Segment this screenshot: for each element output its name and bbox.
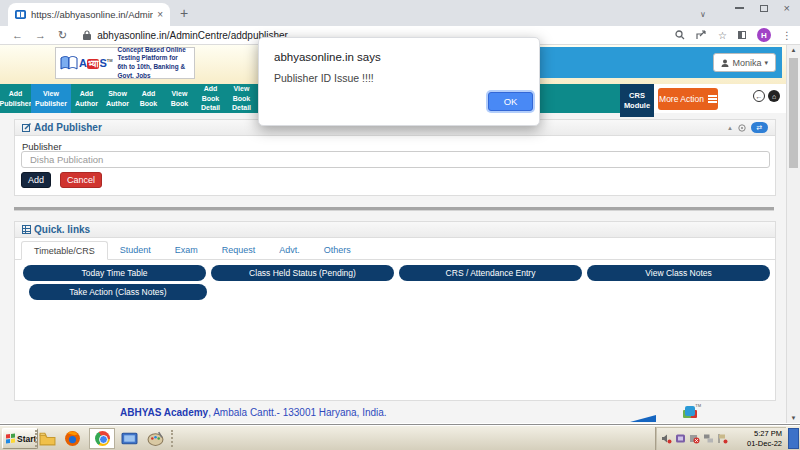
more-action-button[interactable]: More Action <box>658 88 718 110</box>
quick-links-title: Quick. links <box>22 224 90 235</box>
book-logo-icon <box>60 55 78 71</box>
footer-logo-mark: TM <box>685 406 695 416</box>
chrome-taskbar-button[interactable] <box>89 428 115 449</box>
bookmark-star-icon[interactable]: ☆ <box>718 30 727 41</box>
browser-menu-icon[interactable]: ⋮ <box>782 30 792 41</box>
quick-links-tab[interactable]: Student <box>108 240 163 259</box>
alert-dialog: abhyasonline.in says Publisher ID Issue … <box>258 37 540 126</box>
volume-mute-icon[interactable] <box>661 433 672 444</box>
chrome-icon <box>95 431 110 446</box>
quick-link-button[interactable]: View Class Notes <box>587 265 770 281</box>
window-close-button[interactable]: × <box>784 3 790 14</box>
scroll-down-icon[interactable]: ▼ <box>787 415 800 421</box>
network-tray-icon[interactable] <box>703 433 714 444</box>
site-logo[interactable]: Aभ्याSTM Concept Based Online Testing Pl… <box>55 47 195 79</box>
file-explorer-icon[interactable] <box>39 430 56 447</box>
collapse-icon[interactable]: ▲ <box>727 125 733 131</box>
quick-link-button[interactable]: Today Time Table <box>23 265 206 281</box>
share-icon[interactable] <box>696 30 707 40</box>
footer-address: ABHYAS Academy, Ambala Cantt.- 133001 Ha… <box>120 407 387 418</box>
quick-links-tab[interactable]: Exam <box>163 240 210 259</box>
quick-links-row2: Take Action (Class Notes) <box>29 284 207 300</box>
quick-links-row1: Today Time TableClass Held Status (Pendi… <box>23 265 770 281</box>
crs-module-button[interactable]: CRS Module <box>620 84 654 117</box>
taskbar-grip <box>35 430 37 447</box>
tab-search-chevron-icon[interactable]: ∨ <box>700 10 706 19</box>
taskbar: Start 5:27 PM 01-Dec-22 <box>0 425 800 450</box>
forward-icon[interactable]: → <box>35 30 46 41</box>
side-panel-icon[interactable] <box>738 31 746 39</box>
tab-title: https://abhyasonline.in/AdminCentre <box>31 9 153 20</box>
windows-logo-icon <box>6 434 15 444</box>
grid-icon <box>22 225 31 234</box>
section-divider <box>14 207 774 211</box>
nav-item[interactable]: View Publisher <box>31 84 71 113</box>
quick-links-tab[interactable]: Others <box>312 240 363 259</box>
tab-close-icon[interactable]: × <box>157 10 163 20</box>
scrollbar-thumb[interactable] <box>789 58 798 168</box>
quick-links-tab[interactable]: Advt. <box>267 240 312 259</box>
error-tray-icon[interactable] <box>689 433 700 444</box>
nav-item[interactable]: Add Publisher <box>0 84 31 113</box>
lock-icon[interactable] <box>83 30 91 40</box>
scroll-up-icon[interactable]: ▲ <box>787 47 800 53</box>
quick-links-tab[interactable]: Timetable/CRS <box>21 241 108 260</box>
logo-text: Aभ्याSTM <box>79 57 113 70</box>
back-icon[interactable]: ← <box>12 30 23 41</box>
nav-item[interactable]: Show Author <box>102 84 133 113</box>
zoom-icon[interactable] <box>675 30 685 40</box>
show-desktop-button[interactable] <box>788 428 799 449</box>
footer-logo-swoosh <box>630 415 656 422</box>
quick-link-button[interactable]: Class Held Status (Pending) <box>211 265 394 281</box>
user-menu-button[interactable]: Monika ▾ <box>713 53 776 72</box>
quick-links-panel: Quick. links Timetable/CRSStudentExamReq… <box>14 221 776 401</box>
site-slogan: Concept Based Online Testing Platform fo… <box>118 46 190 81</box>
alert-title: abhyasonline.in says <box>274 51 381 63</box>
site-favicon-icon <box>15 9 26 20</box>
screen: https://abhyasonline.in/AdminCentre × + … <box>0 0 800 450</box>
user-icon <box>721 59 729 67</box>
browser-tab[interactable]: https://abhyasonline.in/AdminCentre × <box>8 3 170 26</box>
hamburger-icon <box>708 94 717 105</box>
display-tray-icon[interactable] <box>675 433 686 444</box>
paint-icon[interactable] <box>147 430 164 447</box>
nav-item[interactable]: Add Book <box>133 84 164 113</box>
window-restore-button[interactable] <box>760 5 768 12</box>
nav-item[interactable]: Add Book Detail <box>195 84 226 113</box>
edit-icon <box>22 123 31 132</box>
nav-item[interactable]: View Book Detail <box>226 84 257 113</box>
quick-links-tab[interactable]: Request <box>210 240 268 259</box>
flag-tray-icon[interactable] <box>717 433 728 444</box>
alert-message: Publisher ID Issue !!!! <box>274 72 374 84</box>
reload-icon[interactable]: ↻ <box>58 30 67 41</box>
panel-title: Add Publisher <box>22 122 102 133</box>
system-tray: 5:27 PM 01-Dec-22 <box>655 427 786 450</box>
browser-tabstrip: https://abhyasonline.in/AdminCentre × + … <box>0 0 800 26</box>
nav-item[interactable]: Add Author <box>71 84 102 113</box>
start-button[interactable]: Start <box>2 428 38 449</box>
profile-avatar[interactable]: H <box>757 28 771 42</box>
quick-link-button[interactable]: Take Action (Class Notes) <box>29 284 207 300</box>
options-icon[interactable] <box>738 124 746 132</box>
taskbar-grip <box>171 430 173 447</box>
nav-home-icon[interactable]: ⌂ <box>768 90 780 102</box>
taskbar-clock[interactable]: 5:27 PM 01-Dec-22 <box>747 429 786 449</box>
new-tab-button[interactable]: + <box>180 5 188 21</box>
alert-ok-button[interactable]: OK <box>488 92 533 111</box>
quick-link-button[interactable]: CRS / Attendance Entry <box>399 265 582 281</box>
firefox-icon[interactable] <box>64 430 81 447</box>
nav-item[interactable]: View Book <box>164 84 195 113</box>
add-publisher-panel: Add Publisher ▲ ⇄ Publisher Add Cancel <box>14 119 776 196</box>
cancel-button[interactable]: Cancel <box>60 172 102 188</box>
quick-links-tabs: Timetable/CRSStudentExamRequestAdvt.Othe… <box>15 241 775 260</box>
publisher-input[interactable] <box>21 151 770 168</box>
image-viewer-icon[interactable] <box>121 430 138 447</box>
vertical-scrollbar[interactable]: ▲ ▼ <box>786 45 800 423</box>
nav-back-icon[interactable]: ← <box>753 90 765 102</box>
add-button[interactable]: Add <box>21 172 51 188</box>
quick-links-header: Quick. links <box>15 222 775 238</box>
refresh-icon[interactable]: ⇄ <box>751 122 768 133</box>
window-minimize-button[interactable] <box>735 7 744 9</box>
